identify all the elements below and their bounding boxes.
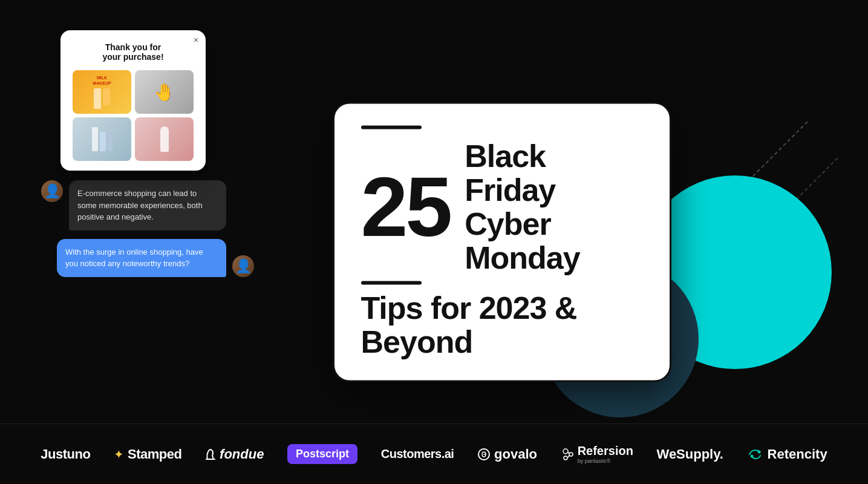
govalo-icon xyxy=(477,448,491,461)
product-img-4 xyxy=(135,117,194,161)
govalo-text: govalo xyxy=(494,446,537,462)
hero-line2: Cyber Monday xyxy=(465,207,642,275)
close-icon[interactable]: × xyxy=(194,35,198,45)
hero-line3: Tips for 2023 & xyxy=(361,290,643,324)
svg-point-7 xyxy=(757,450,760,453)
logo-justuno: Justuno xyxy=(41,446,90,462)
product-img-2: 🤚 xyxy=(135,70,194,114)
hero-number: 25 xyxy=(361,165,451,249)
retencity-text: Retencity xyxy=(768,446,827,462)
justuno-text: Justuno xyxy=(41,446,90,462)
refersion-icon xyxy=(561,448,574,461)
top-dash-line xyxy=(361,126,422,129)
product-img-3 xyxy=(73,117,131,161)
bubble-text-right: With the surge in online shopping, have … xyxy=(57,239,226,277)
retencity-icon xyxy=(747,448,764,461)
chat-area: 👤 E-commerce shopping can lead to some m… xyxy=(36,180,254,277)
svg-line-6 xyxy=(568,456,569,457)
logo-govalo: govalo xyxy=(477,446,537,462)
star-icon: ✦ xyxy=(114,447,124,462)
dashed-line-1 xyxy=(687,121,808,241)
hero-number-row: 25 Black Friday Cyber Monday xyxy=(361,139,643,275)
dashed-line-2 xyxy=(700,157,838,295)
logo-customers-ai: Customers.ai xyxy=(381,447,454,461)
logo-retencity: Retencity xyxy=(747,446,827,462)
bottom-dash-line xyxy=(361,281,422,284)
svg-point-3 xyxy=(569,453,573,456)
hero-line4: Beyond xyxy=(361,324,643,358)
left-panel: × Thank you foryour purchase! MILKMAKEUP… xyxy=(36,30,254,277)
logo-postscript: Postscript xyxy=(287,444,357,464)
svg-point-4 xyxy=(564,456,567,460)
chat-bubble-left: 👤 E-commerce shopping can lead to some m… xyxy=(41,180,254,231)
hero-line1: Black Friday xyxy=(465,139,642,207)
fondue-icon xyxy=(205,448,216,460)
wesupply-text: WeSupply. xyxy=(657,446,723,462)
customers-ai-text: Customers.ai xyxy=(381,447,454,461)
card-title: Thank you foryour purchase! xyxy=(73,42,194,62)
refersion-main: Refersion xyxy=(578,444,633,458)
logo-stamped: ✦ Stamped xyxy=(114,446,181,462)
hero-card: 25 Black Friday Cyber Monday Tips for 20… xyxy=(333,102,671,382)
refersion-text-block: Refersion by pantastic® xyxy=(578,444,633,464)
fondue-text: fondue xyxy=(220,446,264,462)
logo-refersion: Refersion by pantastic® xyxy=(561,444,633,464)
postscript-text: Postscript xyxy=(287,444,357,464)
logo-fondue: fondue xyxy=(205,446,264,462)
avatar-left: 👤 xyxy=(41,180,63,202)
purchase-card: × Thank you foryour purchase! MILKMAKEUP… xyxy=(60,30,206,171)
bubble-text-left: E-commerce shopping can lead to some mem… xyxy=(69,180,226,231)
hand-icon: 🤚 xyxy=(154,82,175,102)
logo-bar: Justuno ✦ Stamped fondue Postscript Cust… xyxy=(0,424,868,484)
product-grid: MILKMAKEUP 🤚 xyxy=(73,70,194,161)
chat-bubble-right: With the surge in online shopping, have … xyxy=(41,239,254,277)
svg-line-5 xyxy=(568,452,569,454)
product-img-1: MILKMAKEUP xyxy=(73,70,131,114)
avatar-right: 👤 xyxy=(232,255,254,277)
stamped-text: Stamped xyxy=(128,446,181,462)
svg-point-8 xyxy=(750,454,753,457)
hero-title: Black Friday Cyber Monday xyxy=(465,139,642,275)
logo-wesupply: WeSupply. xyxy=(657,446,723,462)
refersion-sub: by pantastic® xyxy=(578,458,611,464)
svg-point-2 xyxy=(563,449,568,454)
